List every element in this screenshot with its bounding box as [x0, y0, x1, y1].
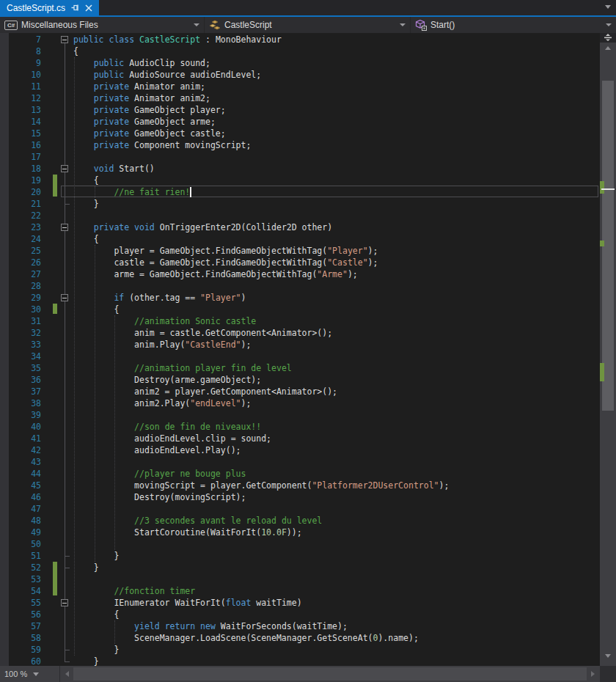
- line-number: 42: [0, 444, 41, 456]
- code-line[interactable]: 51 }: [0, 550, 600, 562]
- code-line[interactable]: 36 Destroy(arme.gameObject);: [0, 374, 600, 386]
- code-line[interactable]: 31 //animation Sonic castle: [0, 315, 600, 327]
- pin-icon[interactable]: [71, 4, 79, 12]
- project-dropdown[interactable]: C# Miscellaneous Files: [0, 17, 205, 33]
- code-line[interactable]: 19 {: [0, 175, 600, 186]
- code-line[interactable]: 39: [0, 409, 600, 421]
- code-line[interactable]: 53: [0, 573, 600, 585]
- code-line[interactable]: 41 audioEndLevel.clip = sound;: [0, 433, 600, 444]
- code-line[interactable]: 15 private GameObject castle;: [0, 128, 600, 139]
- code-line[interactable]: 32 anim = castle.GetComponent<Animator>(…: [0, 327, 600, 339]
- line-number: 21: [0, 198, 41, 210]
- code-line[interactable]: 18 void Start(): [0, 163, 600, 175]
- code-line[interactable]: 45 movingScript = player.GetComponent("P…: [0, 480, 600, 491]
- code-line[interactable]: 37 anim2 = player.GetComponent<Animator>…: [0, 386, 600, 397]
- code-line[interactable]: 24 {: [0, 233, 600, 245]
- code-line[interactable]: 22: [0, 210, 600, 221]
- line-number: 19: [0, 175, 41, 186]
- code-line[interactable]: 38 anim2.Play("endLevel");: [0, 397, 600, 409]
- line-number: 54: [0, 585, 41, 597]
- line-number: 25: [0, 245, 41, 257]
- code-line[interactable]: 43: [0, 456, 600, 468]
- navigation-bar: C# Miscellaneous Files CastleScript: [0, 17, 616, 33]
- line-number: 22: [0, 210, 41, 221]
- code-line[interactable]: 17: [0, 151, 600, 163]
- line-number: 10: [0, 69, 41, 81]
- scrollbar-change-mark: [600, 241, 604, 246]
- code-line[interactable]: 26 castle = GameObject.FindGameObjectWit…: [0, 257, 600, 268]
- code-text: movingScript = player.GetComponent("Plat…: [73, 480, 449, 491]
- code-line[interactable]: 59 }: [0, 644, 600, 656]
- scroll-right-arrow-icon[interactable]: [591, 671, 595, 677]
- code-line[interactable]: 28: [0, 280, 600, 292]
- line-number: 33: [0, 339, 41, 351]
- line-number: 45: [0, 480, 41, 491]
- code-line[interactable]: 30 {: [0, 304, 600, 315]
- code-text: }: [73, 644, 119, 656]
- code-line[interactable]: 13 private GameObject player;: [0, 104, 600, 116]
- code-line[interactable]: 23 private void OnTriggerEnter2D(Collide…: [0, 221, 600, 233]
- member-dropdown[interactable]: Start(): [411, 17, 616, 33]
- scroll-down-arrow-icon[interactable]: [605, 654, 611, 658]
- code-line[interactable]: 42 audioEndLevel.Play();: [0, 444, 600, 456]
- line-number: 60: [0, 656, 41, 666]
- code-line[interactable]: 20 //ne fait rien!: [0, 186, 600, 198]
- code-text: public AudioClip sound;: [73, 57, 210, 69]
- document-list-chevron-icon[interactable]: [605, 5, 611, 9]
- code-line[interactable]: 47: [0, 503, 600, 515]
- code-line[interactable]: 12 private Animator anim2;: [0, 92, 600, 104]
- code-line[interactable]: 54 //fonction timer: [0, 585, 600, 597]
- code-line[interactable]: 35 //animation player fin de level: [0, 362, 600, 374]
- code-line[interactable]: 34: [0, 351, 600, 362]
- code-line[interactable]: 60 }: [0, 656, 600, 666]
- line-number: 8: [0, 45, 41, 57]
- code-line[interactable]: 7public class CastleScript : MonoBehavio…: [0, 34, 600, 45]
- code-text: audioEndLevel.Play();: [73, 444, 241, 456]
- code-line[interactable]: 16 private Component movingScript;: [0, 139, 600, 151]
- code-text: anim.Play("CastleEnd");: [73, 339, 251, 351]
- type-dropdown[interactable]: CastleScript: [205, 17, 411, 33]
- close-icon[interactable]: [85, 4, 92, 12]
- line-number: 18: [0, 163, 41, 175]
- code-line[interactable]: 49 StartCoroutine(WaitForIt(10.0F));: [0, 527, 600, 538]
- code-line[interactable]: 11 private Animator anim;: [0, 81, 600, 92]
- vertical-scrollbar[interactable]: [600, 33, 616, 666]
- code-line[interactable]: 48 //3 secondes avant le reload du level: [0, 515, 600, 527]
- type-dropdown-value: CastleScript: [224, 20, 392, 30]
- line-number: 17: [0, 151, 41, 163]
- code-line[interactable]: 52 }: [0, 562, 600, 573]
- code-line[interactable]: 40 //son de fin de niveaux!!: [0, 421, 600, 433]
- code-line[interactable]: 29 if (other.tag == "Player"): [0, 292, 600, 304]
- tab-castlescript[interactable]: CastleScript.cs: [0, 0, 99, 15]
- scroll-left-arrow-icon[interactable]: [65, 671, 69, 677]
- code-line[interactable]: 14 private GameObject arme;: [0, 116, 600, 128]
- code-line[interactable]: 44 //player ne bouge plus: [0, 468, 600, 480]
- code-line[interactable]: 21 }: [0, 198, 600, 210]
- code-text: //animation player fin de level: [73, 362, 292, 374]
- splitter-handle-icon[interactable]: [600, 33, 616, 43]
- code-line[interactable]: 58 SceneManager.LoadScene(SceneManager.G…: [0, 632, 600, 644]
- code-line[interactable]: 46 Destroy(movingScript);: [0, 491, 600, 503]
- code-editor-window: CastleScript.cs C# Miscellaneous Files: [0, 0, 616, 682]
- code-line[interactable]: 8{: [0, 45, 600, 57]
- code-line[interactable]: 50: [0, 538, 600, 550]
- line-number: 30: [0, 304, 41, 315]
- code-line[interactable]: 10 public AudioSource audioEndLevel;: [0, 69, 600, 81]
- scrollbar-change-mark: [600, 363, 604, 381]
- code-line[interactable]: 9 public AudioClip sound;: [0, 57, 600, 69]
- zoom-control[interactable]: 100 %: [0, 666, 60, 682]
- line-number: 59: [0, 644, 41, 656]
- code-line[interactable]: 27 arme = GameObject.FindGameObjectWithT…: [0, 268, 600, 280]
- code-text: if (other.tag == "Player"): [73, 292, 246, 304]
- code-line[interactable]: 25 player = GameObject.FindGameObjectWit…: [0, 245, 600, 257]
- line-number: 16: [0, 139, 41, 151]
- csharp-file-icon: C#: [4, 21, 18, 30]
- code-line[interactable]: 57 yield return new WaitForSeconds(waitT…: [0, 620, 600, 632]
- horizontal-scrollbar-thumb[interactable]: [73, 667, 587, 681]
- code-line[interactable]: 55 IEnumerator WaitForIt(float waitTime): [0, 597, 600, 609]
- scroll-up-arrow-icon[interactable]: [605, 46, 611, 50]
- code-editor[interactable]: 7public class CastleScript : MonoBehavio…: [0, 33, 600, 666]
- line-number: 24: [0, 233, 41, 245]
- code-line[interactable]: 33 anim.Play("CastleEnd");: [0, 339, 600, 351]
- code-line[interactable]: 56 {: [0, 609, 600, 620]
